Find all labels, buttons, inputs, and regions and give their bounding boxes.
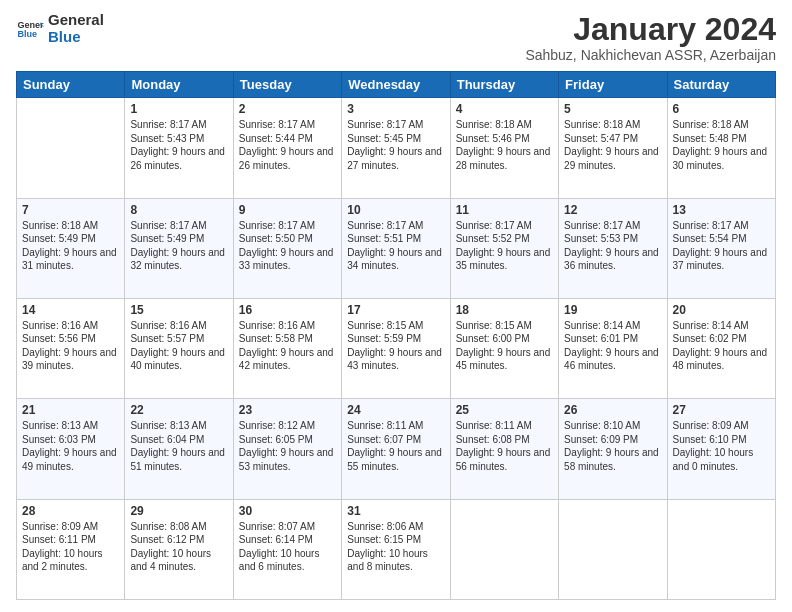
sunset-label: Sunset: 5:50 PM (239, 233, 313, 244)
sunrise-label: Sunrise: 8:13 AM (22, 420, 98, 431)
sunrise-label: Sunrise: 8:06 AM (347, 521, 423, 532)
day-number: 4 (456, 102, 553, 116)
day-number: 6 (673, 102, 770, 116)
day-info: Sunrise: 8:09 AM Sunset: 6:10 PM Dayligh… (673, 419, 770, 473)
table-row (667, 499, 775, 599)
day-info: Sunrise: 8:18 AM Sunset: 5:46 PM Dayligh… (456, 118, 553, 172)
sunset-label: Sunset: 5:46 PM (456, 133, 530, 144)
col-saturday: Saturday (667, 72, 775, 98)
daylight-label: Daylight: 9 hours and 42 minutes. (239, 347, 334, 372)
sunset-label: Sunset: 6:01 PM (564, 333, 638, 344)
day-number: 15 (130, 303, 227, 317)
day-info: Sunrise: 8:16 AM Sunset: 5:56 PM Dayligh… (22, 319, 119, 373)
sunrise-label: Sunrise: 8:17 AM (456, 220, 532, 231)
table-row: 17 Sunrise: 8:15 AM Sunset: 5:59 PM Dayl… (342, 298, 450, 398)
col-sunday: Sunday (17, 72, 125, 98)
day-info: Sunrise: 8:18 AM Sunset: 5:49 PM Dayligh… (22, 219, 119, 273)
table-row: 23 Sunrise: 8:12 AM Sunset: 6:05 PM Dayl… (233, 399, 341, 499)
sunset-label: Sunset: 6:02 PM (673, 333, 747, 344)
sunset-label: Sunset: 6:10 PM (673, 434, 747, 445)
day-number: 25 (456, 403, 553, 417)
col-monday: Monday (125, 72, 233, 98)
header: General Blue General Blue January 2024 S… (16, 12, 776, 63)
calendar-week-row: 21 Sunrise: 8:13 AM Sunset: 6:03 PM Dayl… (17, 399, 776, 499)
day-number: 10 (347, 203, 444, 217)
day-number: 14 (22, 303, 119, 317)
sunset-label: Sunset: 6:12 PM (130, 534, 204, 545)
sunset-label: Sunset: 6:07 PM (347, 434, 421, 445)
day-number: 31 (347, 504, 444, 518)
logo-blue: Blue (48, 29, 104, 46)
table-row: 28 Sunrise: 8:09 AM Sunset: 6:11 PM Dayl… (17, 499, 125, 599)
daylight-label: Daylight: 9 hours and 34 minutes. (347, 247, 442, 272)
table-row: 19 Sunrise: 8:14 AM Sunset: 6:01 PM Dayl… (559, 298, 667, 398)
day-number: 20 (673, 303, 770, 317)
table-row: 14 Sunrise: 8:16 AM Sunset: 5:56 PM Dayl… (17, 298, 125, 398)
calendar-week-row: 7 Sunrise: 8:18 AM Sunset: 5:49 PM Dayli… (17, 198, 776, 298)
daylight-label: Daylight: 9 hours and 31 minutes. (22, 247, 117, 272)
daylight-label: Daylight: 9 hours and 45 minutes. (456, 347, 551, 372)
day-number: 26 (564, 403, 661, 417)
day-number: 16 (239, 303, 336, 317)
day-number: 13 (673, 203, 770, 217)
calendar-week-row: 1 Sunrise: 8:17 AM Sunset: 5:43 PM Dayli… (17, 98, 776, 198)
table-row: 30 Sunrise: 8:07 AM Sunset: 6:14 PM Dayl… (233, 499, 341, 599)
table-row: 13 Sunrise: 8:17 AM Sunset: 5:54 PM Dayl… (667, 198, 775, 298)
logo-general: General (48, 12, 104, 29)
sunset-label: Sunset: 5:44 PM (239, 133, 313, 144)
table-row: 11 Sunrise: 8:17 AM Sunset: 5:52 PM Dayl… (450, 198, 558, 298)
day-number: 5 (564, 102, 661, 116)
day-number: 22 (130, 403, 227, 417)
sunset-label: Sunset: 6:08 PM (456, 434, 530, 445)
day-info: Sunrise: 8:17 AM Sunset: 5:49 PM Dayligh… (130, 219, 227, 273)
daylight-label: Daylight: 9 hours and 46 minutes. (564, 347, 659, 372)
sunset-label: Sunset: 6:00 PM (456, 333, 530, 344)
table-row: 2 Sunrise: 8:17 AM Sunset: 5:44 PM Dayli… (233, 98, 341, 198)
sunset-label: Sunset: 5:51 PM (347, 233, 421, 244)
sunrise-label: Sunrise: 8:08 AM (130, 521, 206, 532)
col-friday: Friday (559, 72, 667, 98)
day-number: 7 (22, 203, 119, 217)
svg-text:General: General (17, 19, 44, 29)
day-number: 30 (239, 504, 336, 518)
sunrise-label: Sunrise: 8:18 AM (673, 119, 749, 130)
day-info: Sunrise: 8:17 AM Sunset: 5:54 PM Dayligh… (673, 219, 770, 273)
daylight-label: Daylight: 9 hours and 27 minutes. (347, 146, 442, 171)
table-row: 7 Sunrise: 8:18 AM Sunset: 5:49 PM Dayli… (17, 198, 125, 298)
daylight-label: Daylight: 10 hours and 2 minutes. (22, 548, 103, 573)
day-info: Sunrise: 8:08 AM Sunset: 6:12 PM Dayligh… (130, 520, 227, 574)
sunset-label: Sunset: 5:47 PM (564, 133, 638, 144)
daylight-label: Daylight: 9 hours and 49 minutes. (22, 447, 117, 472)
page: General Blue General Blue January 2024 S… (0, 0, 792, 612)
logo-icon: General Blue (16, 15, 44, 43)
day-info: Sunrise: 8:15 AM Sunset: 5:59 PM Dayligh… (347, 319, 444, 373)
day-number: 27 (673, 403, 770, 417)
daylight-label: Daylight: 9 hours and 39 minutes. (22, 347, 117, 372)
sunrise-label: Sunrise: 8:14 AM (564, 320, 640, 331)
day-info: Sunrise: 8:14 AM Sunset: 6:01 PM Dayligh… (564, 319, 661, 373)
day-info: Sunrise: 8:11 AM Sunset: 6:07 PM Dayligh… (347, 419, 444, 473)
day-number: 9 (239, 203, 336, 217)
daylight-label: Daylight: 9 hours and 29 minutes. (564, 146, 659, 171)
day-info: Sunrise: 8:12 AM Sunset: 6:05 PM Dayligh… (239, 419, 336, 473)
sunrise-label: Sunrise: 8:16 AM (239, 320, 315, 331)
table-row: 27 Sunrise: 8:09 AM Sunset: 6:10 PM Dayl… (667, 399, 775, 499)
sunrise-label: Sunrise: 8:17 AM (239, 119, 315, 130)
table-row: 12 Sunrise: 8:17 AM Sunset: 5:53 PM Dayl… (559, 198, 667, 298)
table-row: 15 Sunrise: 8:16 AM Sunset: 5:57 PM Dayl… (125, 298, 233, 398)
daylight-label: Daylight: 9 hours and 32 minutes. (130, 247, 225, 272)
sunset-label: Sunset: 5:58 PM (239, 333, 313, 344)
sunrise-label: Sunrise: 8:17 AM (564, 220, 640, 231)
table-row: 5 Sunrise: 8:18 AM Sunset: 5:47 PM Dayli… (559, 98, 667, 198)
day-number: 28 (22, 504, 119, 518)
table-row: 8 Sunrise: 8:17 AM Sunset: 5:49 PM Dayli… (125, 198, 233, 298)
daylight-label: Daylight: 9 hours and 28 minutes. (456, 146, 551, 171)
daylight-label: Daylight: 9 hours and 37 minutes. (673, 247, 768, 272)
day-number: 11 (456, 203, 553, 217)
subtitle: Sahbuz, Nakhichevan ASSR, Azerbaijan (525, 47, 776, 63)
day-info: Sunrise: 8:07 AM Sunset: 6:14 PM Dayligh… (239, 520, 336, 574)
table-row (450, 499, 558, 599)
table-row: 9 Sunrise: 8:17 AM Sunset: 5:50 PM Dayli… (233, 198, 341, 298)
daylight-label: Daylight: 9 hours and 35 minutes. (456, 247, 551, 272)
col-thursday: Thursday (450, 72, 558, 98)
